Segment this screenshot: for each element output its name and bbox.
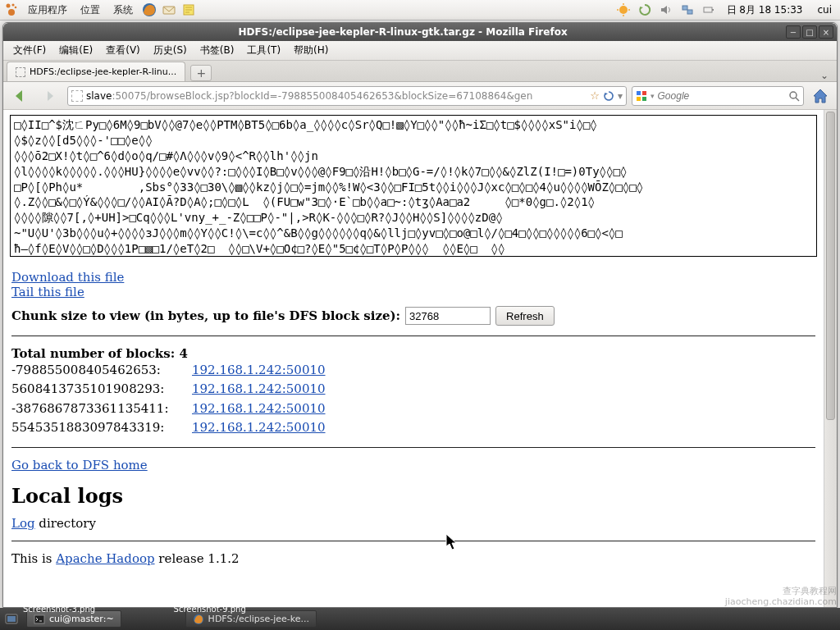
footer: This is Apache Hadoop release 1.1.2	[11, 551, 815, 566]
window-titlebar[interactable]: HDFS:/eclipse-jee-kepler-R-linux-gtk.tar…	[3, 23, 837, 41]
menu-help[interactable]: 帮助(H)	[287, 42, 335, 59]
log-link[interactable]: Log	[11, 516, 35, 531]
nav-toolbar: slave:50075/browseBlock.jsp?blockId=-798…	[3, 82, 837, 110]
svg-rect-24	[34, 615, 44, 623]
log-rest: directory	[35, 516, 96, 531]
blocks-heading: Total number of blocks: 4	[11, 346, 815, 361]
block-row: 5608413735101908293:192.168.1.242:50010	[11, 380, 815, 399]
svg-point-0	[7, 4, 11, 8]
svg-rect-16	[637, 91, 641, 95]
url-text: slave:50075/browseBlock.jsp?blockId=-798…	[86, 90, 587, 102]
block-row: -798855008405462653:192.168.1.242:50010	[11, 361, 815, 380]
menu-file[interactable]: 文件(F)	[7, 42, 52, 59]
dfs-home-link[interactable]: Go back to DFS home	[11, 458, 148, 472]
back-button[interactable]	[8, 85, 33, 107]
svg-rect-12	[682, 6, 687, 10]
svg-rect-14	[704, 7, 712, 12]
svg-point-3	[8, 9, 15, 16]
chunk-size-input[interactable]	[405, 307, 491, 325]
svg-rect-17	[642, 91, 646, 95]
dropdown-icon[interactable]: ▾	[618, 90, 623, 102]
volume-icon[interactable]	[658, 2, 674, 18]
gnome-bottom-panel: Screenshot-3.png cui@master:~ Screenshot…	[0, 608, 840, 630]
close-button[interactable]: ×	[819, 25, 833, 39]
menu-history[interactable]: 历史(S)	[147, 42, 194, 59]
new-tab-button[interactable]: +	[190, 65, 212, 81]
search-box[interactable]: ▾	[632, 86, 804, 106]
page-content: □◊II□^$沈ㄈPy□◊6M◊9□bV◊◊@7◊e◊◊PTM◊BT5◊□6b◊…	[3, 110, 824, 607]
vertical-scrollbar[interactable]	[824, 110, 837, 607]
evolution-launcher-icon[interactable]	[161, 2, 177, 18]
battery-icon[interactable]	[701, 2, 717, 18]
menu-bookmarks[interactable]: 书签(B)	[194, 42, 241, 59]
tail-link[interactable]: Tail this file	[11, 285, 84, 299]
svg-rect-15	[712, 9, 714, 11]
home-button[interactable]	[809, 85, 832, 107]
search-dropdown-icon[interactable]: ▾	[651, 92, 655, 100]
weather-icon[interactable]	[615, 2, 632, 18]
block-row: 5545351883097843319:192.168.1.242:50010	[11, 418, 815, 437]
menu-applications[interactable]: 应用程序	[23, 2, 72, 19]
gnome-top-panel: 应用程序 位置 系统 日 8月 18 15:33 cui	[0, 0, 840, 21]
binary-dump: □◊II□^$沈ㄈPy□◊6M◊9□bV◊◊@7◊e◊◊PTM◊BT5◊□6b◊…	[10, 115, 817, 257]
chunk-label: Chunk size to view (in bytes, up to file…	[11, 308, 400, 323]
refresh-button[interactable]: Refresh	[495, 306, 555, 326]
svg-rect-19	[642, 97, 646, 101]
svg-rect-13	[687, 10, 692, 14]
download-link[interactable]: Download this file	[11, 270, 124, 285]
reload-icon[interactable]	[603, 90, 614, 102]
firefox-window: HDFS:/eclipse-jee-kepler-R-linux-gtk.tar…	[2, 22, 838, 608]
svg-rect-18	[637, 97, 641, 101]
tab-active[interactable]: HDFS:/eclipse-jee-kepler-R-linu...	[7, 62, 185, 81]
block-row: -3876867873361135411:192.168.1.242:50010	[11, 399, 815, 418]
svg-point-1	[11, 3, 14, 6]
maximize-button[interactable]: □	[802, 25, 817, 39]
url-bar[interactable]: slave:50075/browseBlock.jsp?blockId=-798…	[67, 86, 627, 106]
block-host-link[interactable]: 192.168.1.242:50010	[192, 399, 326, 418]
menu-edit[interactable]: 编辑(E)	[52, 42, 99, 59]
menu-tools[interactable]: 工具(T)	[240, 42, 287, 59]
user-menu[interactable]: cui	[812, 4, 837, 16]
window-title: HDFS:/eclipse-jee-kepler-R-linux-gtk.tar…	[20, 26, 786, 38]
notes-launcher-icon[interactable]	[180, 2, 197, 18]
forward-button[interactable]	[38, 85, 62, 107]
update-icon[interactable]	[637, 2, 653, 18]
network-icon[interactable]	[679, 2, 696, 18]
show-desktop-icon[interactable]	[3, 611, 20, 628]
apache-hadoop-link[interactable]: Apache Hadoop	[56, 551, 154, 566]
minimize-button[interactable]: −	[786, 25, 801, 39]
svg-point-7	[619, 6, 628, 14]
block-host-link[interactable]: 192.168.1.242:50010	[192, 418, 326, 437]
local-logs-heading: Local logs	[11, 484, 815, 508]
block-host-link[interactable]: 192.168.1.242:50010	[192, 380, 326, 399]
clock[interactable]: 日 8月 18 15:33	[722, 3, 808, 17]
tab-bar: HDFS:/eclipse-jee-kepler-R-linu... + ⌄	[3, 61, 837, 82]
svg-line-21	[796, 98, 799, 101]
svg-rect-23	[7, 616, 16, 622]
search-go-icon[interactable]	[788, 90, 800, 102]
menu-places[interactable]: 位置	[75, 2, 105, 19]
site-identity-icon[interactable]	[71, 90, 83, 102]
search-input[interactable]	[658, 90, 785, 102]
watermark: 查字典教程网jiaocheng.chazidian.com	[725, 586, 837, 607]
svg-point-20	[790, 92, 797, 98]
menu-system[interactable]: 系统	[108, 2, 138, 19]
tabs-dropdown-icon[interactable]: ⌄	[815, 70, 833, 81]
firefox-menubar: 文件(F) 编辑(E) 查看(V) 历史(S) 书签(B) 工具(T) 帮助(H…	[3, 41, 837, 61]
gnome-foot-icon[interactable]	[3, 2, 20, 18]
block-host-link[interactable]: 192.168.1.242:50010	[192, 361, 326, 380]
tab-label: HDFS:/eclipse-jee-kepler-R-linu...	[30, 66, 176, 77]
svg-point-2	[15, 7, 17, 9]
page-icon	[16, 67, 25, 77]
google-icon	[636, 90, 647, 102]
firefox-launcher-icon[interactable]	[141, 2, 158, 18]
menu-view[interactable]: 查看(V)	[99, 42, 147, 59]
desktop-file-label: Screenshot-3.png	[23, 605, 95, 614]
desktop-file-label: Screenshot-9.png	[174, 605, 246, 614]
rss-icon[interactable]: ☆	[590, 89, 600, 102]
